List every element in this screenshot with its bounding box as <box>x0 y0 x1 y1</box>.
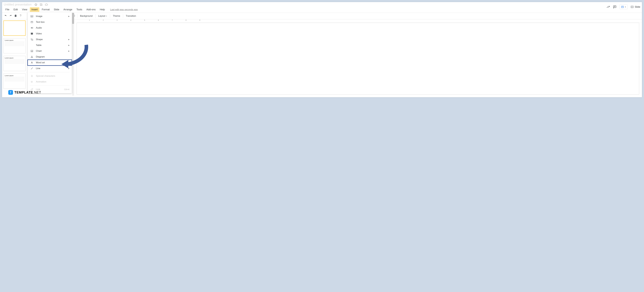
svg-rect-7 <box>31 33 33 34</box>
menu-separator <box>30 85 70 86</box>
comment-icon[interactable] <box>613 5 616 9</box>
insert-image[interactable]: Image ▶ <box>28 13 72 19</box>
menu-slide[interactable]: Slide <box>52 7 61 12</box>
thumbnail-4[interactable]: Lorem ipsum <box>4 73 26 89</box>
slideshow-button[interactable]: Slide <box>630 5 640 8</box>
omega-icon <box>30 74 34 77</box>
chevron-right-icon: ▶ <box>68 38 70 40</box>
menu-format[interactable]: Format <box>40 7 51 12</box>
insert-shape[interactable]: Shape ▶ <box>28 36 72 42</box>
thumbnail-3[interactable]: Lorem ipsum <box>4 56 26 71</box>
menu-addons[interactable]: Add-ons <box>85 7 97 12</box>
theme-button[interactable]: Theme <box>111 14 122 18</box>
toolbar: Background Layout▼ Theme Transition <box>2 13 642 19</box>
background-button[interactable]: Background <box>78 14 94 18</box>
menu-file[interactable]: File <box>4 7 11 12</box>
logo-text: TEMPLATE.NET <box>14 90 41 94</box>
menu-tools[interactable]: Tools <box>75 7 84 12</box>
document-title[interactable]: Untitled presentation <box>4 3 32 6</box>
transition-button[interactable]: Transition <box>124 14 138 18</box>
paint-format-icon[interactable] <box>18 13 23 18</box>
insert-audio[interactable]: Audio <box>28 25 72 31</box>
line-icon <box>30 67 34 70</box>
menu-arrange[interactable]: Arrange <box>62 7 74 12</box>
svg-point-14 <box>32 57 33 58</box>
svg-point-13 <box>32 57 32 58</box>
star-icon[interactable] <box>34 3 38 6</box>
slide-canvas[interactable] <box>76 23 639 94</box>
trend-icon[interactable] <box>606 5 610 9</box>
app-window: Untitled presentation ▼ Slide File Edit … <box>2 2 642 97</box>
layout-button[interactable]: Layout▼ <box>96 14 109 18</box>
separator <box>95 14 96 18</box>
thumbnail-2[interactable]: Lorem ipsum <box>4 38 26 53</box>
wordart-icon <box>30 61 34 64</box>
shape-icon <box>30 38 34 41</box>
video-icon <box>30 32 34 35</box>
insert-animation: Animation <box>28 79 72 85</box>
cloud-icon[interactable] <box>45 3 48 6</box>
chevron-down-icon: ▼ <box>106 15 107 17</box>
print-icon[interactable] <box>13 13 18 18</box>
scrollbar-handle[interactable] <box>72 13 74 24</box>
insert-textbox[interactable]: Text box <box>28 19 72 25</box>
watermark-logo: T TEMPLATE.NET <box>8 90 41 95</box>
chevron-right-icon: ▶ <box>68 15 70 17</box>
audio-icon <box>30 26 34 29</box>
thumbnail-1[interactable] <box>4 20 26 36</box>
svg-point-11 <box>32 56 32 56</box>
svg-point-5 <box>31 16 32 16</box>
image-icon <box>30 15 34 18</box>
diagram-icon <box>30 55 34 58</box>
last-edit-link[interactable]: Last edit was seconds ago <box>110 8 138 11</box>
svg-point-12 <box>31 57 32 58</box>
menu-help[interactable]: Help <box>98 7 106 12</box>
menu-insert[interactable]: Insert <box>30 7 39 12</box>
chart-icon <box>30 49 34 52</box>
canvas-area <box>76 23 639 94</box>
textbox-icon <box>30 20 34 23</box>
ruler: 1 2 3 4 5 6 7 8 9 <box>76 19 642 22</box>
slideshow-label: Slide <box>635 5 640 8</box>
slide-thumbnails: Lorem ipsum Lorem ipsum Lorem ipsum <box>2 19 27 92</box>
insert-video[interactable]: Video <box>28 31 72 36</box>
present-button[interactable]: ▼ <box>620 4 628 9</box>
header-right-tools: ▼ Slide <box>606 4 640 9</box>
title-bar: Untitled presentation <box>2 2 642 6</box>
svg-rect-0 <box>613 6 616 7</box>
logo-icon: T <box>8 90 13 95</box>
svg-point-8 <box>31 38 32 40</box>
annotation-arrow <box>60 43 90 71</box>
chevron-down-icon: ▼ <box>625 6 626 8</box>
move-icon[interactable] <box>40 3 43 6</box>
animation-icon <box>30 80 34 83</box>
insert-special-chars: Special characters <box>28 73 72 79</box>
redo-icon[interactable] <box>8 13 13 18</box>
undo-icon[interactable] <box>3 13 8 18</box>
menu-bar: File Edit View Insert Format Slide Arran… <box>2 6 642 13</box>
menu-view[interactable]: View <box>20 7 29 12</box>
menu-edit[interactable]: Edit <box>12 7 20 12</box>
